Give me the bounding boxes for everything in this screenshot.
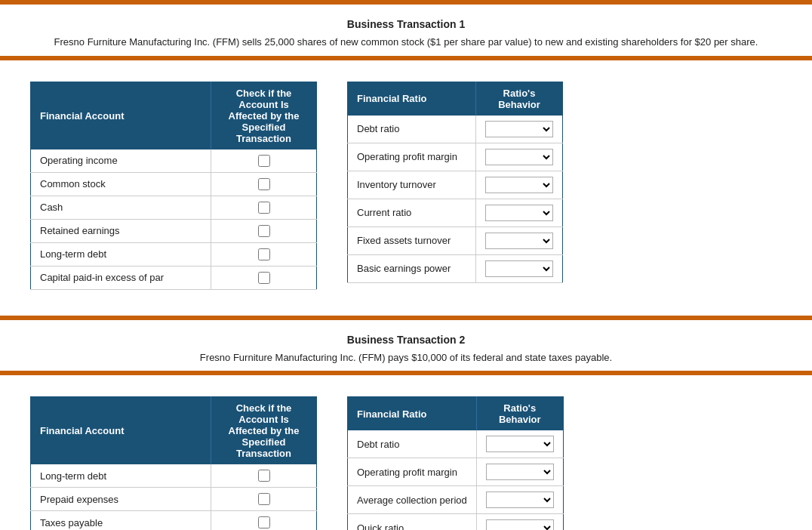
right-ratio-label-0-5: Basic earnings power xyxy=(348,254,476,282)
checkbox-0-3[interactable] xyxy=(258,225,270,237)
transaction-1-tables: Financial Account Check if the Account I… xyxy=(0,68,812,308)
table-row: Basic earnings powerIncreaseDecreaseNo C… xyxy=(348,254,563,282)
transaction-2-desc: Fresno Furniture Manufacturing Inc. (FFM… xyxy=(15,350,797,365)
transaction-2-left-table: Financial Account Check if the Account I… xyxy=(30,396,317,530)
right-dropdown-cell-0-2: IncreaseDecreaseNo Change xyxy=(476,171,563,199)
right-dropdown-cell-1-3: IncreaseDecreaseNo Change xyxy=(476,514,563,531)
checkbox-1-1[interactable] xyxy=(258,493,270,505)
right-ratio-label-0-4: Fixed assets turnover xyxy=(348,226,476,254)
right-ratio-label-0-2: Inventory turnover xyxy=(348,171,476,199)
table-row: Fixed assets turnoverIncreaseDecreaseNo … xyxy=(348,226,563,254)
left-account-label-0-0: Operating income xyxy=(31,149,211,173)
right-dropdown-cell-0-1: IncreaseDecreaseNo Change xyxy=(476,143,563,171)
left-checkbox-cell-0-1 xyxy=(211,172,317,196)
right-table-2-header1: Financial Ratio xyxy=(348,397,477,431)
right-dropdown-cell-0-0: IncreaseDecreaseNo Change xyxy=(476,116,563,143)
right-table-1-header2: Ratio's Behavior xyxy=(476,82,563,116)
transaction-2-tables: Financial Account Check if the Account I… xyxy=(0,383,812,530)
checkbox-0-1[interactable] xyxy=(258,178,270,190)
right-ratio-label-1-1: Operating profit margin xyxy=(348,458,477,486)
transaction-1-header: Business Transaction 1 Fresno Furniture … xyxy=(0,5,812,56)
right-dropdown-cell-0-3: IncreaseDecreaseNo Change xyxy=(476,199,563,226)
right-ratio-label-1-2: Average collection period xyxy=(348,486,477,514)
left-table-2-header2: Check if the Account Is Affected by the … xyxy=(211,397,317,465)
left-account-label-1-1: Prepaid expenses xyxy=(31,488,211,511)
table-row: Inventory turnoverIncreaseDecreaseNo Cha… xyxy=(348,171,563,199)
transaction-2-header: Business Transaction 2 Fresno Furniture … xyxy=(0,320,812,371)
left-checkbox-cell-1-1 xyxy=(211,488,317,511)
transaction-2-title: Business Transaction 2 xyxy=(15,334,797,346)
table-row: Debt ratioIncreaseDecreaseNo Change xyxy=(348,116,563,143)
table-row: Retained earnings xyxy=(31,219,317,242)
ratio-behavior-select-0-4[interactable]: IncreaseDecreaseNo Change xyxy=(485,233,553,249)
left-checkbox-cell-0-5 xyxy=(211,266,317,289)
table-row: Long-term debt xyxy=(31,464,317,488)
table-row: Common stock xyxy=(31,172,317,196)
table-row: Current ratioIncreaseDecreaseNo Change xyxy=(348,199,563,226)
transaction-1-desc: Fresno Furniture Manufacturing Inc. (FFM… xyxy=(15,35,797,50)
right-dropdown-cell-1-2: IncreaseDecreaseNo Change xyxy=(476,486,563,514)
transaction-1-right-table: Financial Ratio Ratio's Behavior Debt ra… xyxy=(347,82,563,283)
right-dropdown-cell-1-1: IncreaseDecreaseNo Change xyxy=(476,458,563,486)
right-ratio-label-0-1: Operating profit margin xyxy=(348,143,476,171)
right-dropdown-cell-0-5: IncreaseDecreaseNo Change xyxy=(476,254,563,282)
checkbox-0-2[interactable] xyxy=(258,202,270,214)
table-row: Capital paid-in excess of par xyxy=(31,266,317,289)
ratio-behavior-select-1-0[interactable]: IncreaseDecreaseNo Change xyxy=(486,436,554,452)
checkbox-1-2[interactable] xyxy=(258,516,270,528)
table-row: Cash xyxy=(31,196,317,219)
right-table-2-header2: Ratio's Behavior xyxy=(476,397,563,431)
left-checkbox-cell-0-3 xyxy=(211,219,317,242)
left-checkbox-cell-1-0 xyxy=(211,464,317,488)
table-row: Long-term debt xyxy=(31,242,317,266)
left-table-1-header1: Financial Account xyxy=(31,82,211,149)
table-row: Operating profit marginIncreaseDecreaseN… xyxy=(348,143,563,171)
right-dropdown-cell-1-0: IncreaseDecreaseNo Change xyxy=(476,430,563,458)
right-ratio-label-0-0: Debt ratio xyxy=(348,116,476,143)
ratio-behavior-select-1-2[interactable]: IncreaseDecreaseNo Change xyxy=(486,491,554,508)
table-row: Operating profit marginIncreaseDecreaseN… xyxy=(348,458,564,486)
left-account-label-0-2: Cash xyxy=(31,196,211,219)
right-ratio-label-1-0: Debt ratio xyxy=(348,430,477,458)
table-row: Prepaid expenses xyxy=(31,488,317,511)
left-account-label-0-5: Capital paid-in excess of par xyxy=(31,266,211,289)
transaction-1-left-table: Financial Account Check if the Account I… xyxy=(30,82,317,290)
ratio-behavior-select-0-5[interactable]: IncreaseDecreaseNo Change xyxy=(485,260,553,277)
transaction-2-right-table: Financial Ratio Ratio's Behavior Debt ra… xyxy=(347,396,564,530)
checkbox-0-4[interactable] xyxy=(258,248,270,260)
left-checkbox-cell-1-2 xyxy=(211,511,317,531)
left-account-label-0-1: Common stock xyxy=(31,172,211,196)
left-table-1-header2: Check if the Account Is Affected by the … xyxy=(211,82,317,149)
transaction-1-title: Business Transaction 1 xyxy=(15,18,797,30)
table-row: Debt ratioIncreaseDecreaseNo Change xyxy=(348,430,564,458)
left-account-label-1-0: Long-term debt xyxy=(31,464,211,488)
ratio-behavior-select-1-1[interactable]: IncreaseDecreaseNo Change xyxy=(486,464,554,480)
ratio-behavior-select-0-0[interactable]: IncreaseDecreaseNo Change xyxy=(485,121,553,137)
checkbox-0-5[interactable] xyxy=(258,272,270,284)
right-table-1-header1: Financial Ratio xyxy=(348,82,476,116)
table-row: Quick ratioIncreaseDecreaseNo Change xyxy=(348,514,564,531)
left-account-label-0-3: Retained earnings xyxy=(31,219,211,242)
right-ratio-label-1-3: Quick ratio xyxy=(348,514,477,531)
checkbox-1-0[interactable] xyxy=(258,470,270,482)
left-table-2-header1: Financial Account xyxy=(31,397,211,465)
left-account-label-1-2: Taxes payable xyxy=(31,511,211,531)
left-account-label-0-4: Long-term debt xyxy=(31,242,211,266)
checkbox-0-0[interactable] xyxy=(258,155,270,167)
table-row: Taxes payable xyxy=(31,511,317,531)
ratio-behavior-select-0-3[interactable]: IncreaseDecreaseNo Change xyxy=(485,205,553,221)
left-checkbox-cell-0-0 xyxy=(211,149,317,173)
ratio-behavior-select-0-1[interactable]: IncreaseDecreaseNo Change xyxy=(485,149,553,165)
ratio-behavior-select-1-3[interactable]: IncreaseDecreaseNo Change xyxy=(486,519,554,530)
left-checkbox-cell-0-4 xyxy=(211,242,317,266)
ratio-behavior-select-0-2[interactable]: IncreaseDecreaseNo Change xyxy=(485,177,553,193)
table-row: Operating income xyxy=(31,149,317,173)
right-ratio-label-0-3: Current ratio xyxy=(348,199,476,226)
left-checkbox-cell-0-2 xyxy=(211,196,317,219)
table-row: Average collection periodIncreaseDecreas… xyxy=(348,486,564,514)
right-dropdown-cell-0-4: IncreaseDecreaseNo Change xyxy=(476,226,563,254)
